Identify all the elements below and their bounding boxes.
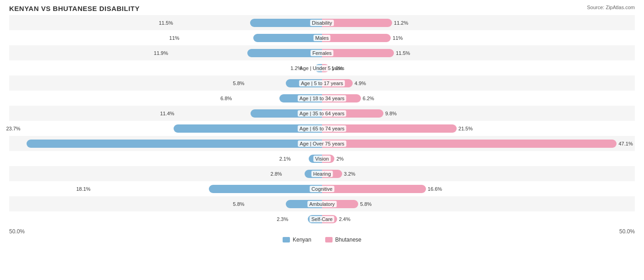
- axis-left: 50.0%: [9, 228, 25, 235]
- row-label: Vision: [313, 156, 331, 162]
- row-right-value: 21.5%: [458, 126, 473, 131]
- row-left-value: 11.9%: [154, 50, 168, 56]
- row-right-value: 11%: [393, 35, 403, 41]
- row-right-value: 2.4%: [339, 216, 350, 222]
- row-right-value: 3.2%: [344, 171, 355, 177]
- row-right-value: 2%: [336, 156, 344, 162]
- row-left-value: 5.8%: [233, 81, 245, 86]
- row-label: Males: [313, 35, 330, 41]
- chart-row: Self-Care2.3%2.4%: [9, 211, 635, 226]
- row-right-value: 11.5%: [396, 50, 410, 56]
- chart-row: Hearing2.8%3.2%: [9, 166, 635, 181]
- row-left-value: 2.1%: [279, 156, 291, 162]
- row-left-value: 23.7%: [6, 126, 20, 131]
- bhutanese-color-box: [325, 237, 333, 242]
- row-left-value: 11.4%: [160, 111, 174, 116]
- kenyan-label: Kenyan: [293, 237, 311, 243]
- row-label: Self-Care: [310, 216, 334, 222]
- chart-row: Vision2.1%2%: [9, 151, 635, 166]
- legend: Kenyan Bhutanese: [9, 237, 635, 243]
- chart-row: Males11%11%: [9, 30, 635, 45]
- row-label: Age | 5 to 17 years: [299, 80, 345, 86]
- row-label: Age | Over 75 years: [298, 140, 346, 147]
- chart-row: Age | 65 to 74 years23.7%21.5%: [9, 121, 635, 136]
- chart-row: Ambulatory5.8%5.8%: [9, 196, 635, 211]
- axis-right: 50.0%: [619, 228, 635, 235]
- row-right-value: 9.8%: [385, 111, 397, 116]
- row-right-value: 47.1%: [618, 141, 633, 146]
- row-label: Hearing: [311, 171, 333, 177]
- row-right-value: 4.9%: [355, 81, 366, 86]
- kenyan-color-box: [283, 237, 290, 242]
- row-left-value: 2.8%: [271, 171, 282, 177]
- chart-row: Females11.9%11.5%: [9, 45, 635, 60]
- row-right-value: 6.2%: [363, 96, 374, 101]
- chart-row: Cognitive18.1%16.6%: [9, 181, 635, 196]
- chart-row: Disability11.5%11.2%: [9, 15, 635, 30]
- chart-row: Age | 5 to 17 years5.8%4.9%: [9, 75, 635, 91]
- chart-title: KENYAN VS BHUTANESE DISABILITY: [9, 5, 635, 12]
- row-right-value: 1.2%: [331, 65, 343, 71]
- chart-row: Age | Under 5 years1.2%1.2%: [9, 60, 635, 75]
- chart-container: KENYAN VS BHUTANESE DISABILITY Source: Z…: [0, 0, 644, 280]
- chart-area: Disability11.5%11.2%Males11%11%Females11…: [9, 15, 635, 226]
- legend-bhutanese: Bhutanese: [325, 237, 361, 243]
- row-left-value: 6.8%: [220, 96, 232, 101]
- axis-row: 50.0% 50.0%: [9, 228, 635, 235]
- row-label: Cognitive: [310, 186, 334, 192]
- row-label: Ambulatory: [307, 201, 337, 207]
- row-left-value: 5.8%: [233, 201, 245, 207]
- row-label: Disability: [310, 20, 334, 26]
- chart-row: Age | 18 to 34 years6.8%6.2%: [9, 91, 635, 106]
- row-label: Age | 65 to 74 years: [298, 125, 346, 132]
- row-label: Age | 18 to 34 years: [298, 95, 346, 102]
- row-right-value: 11.2%: [394, 20, 408, 26]
- chart-row: Age | Over 75 years47.2%47.1%: [9, 136, 635, 151]
- row-right-value: 16.6%: [428, 186, 442, 192]
- source-label: Source: ZipAtlas.com: [587, 5, 635, 10]
- row-left-value: 11%: [169, 35, 180, 41]
- row-label: Females: [311, 50, 333, 56]
- row-left-value: 2.3%: [277, 216, 288, 222]
- row-left-value: 18.1%: [76, 186, 90, 192]
- row-left-value: 1.2%: [290, 65, 302, 71]
- row-left-value: 11.5%: [159, 20, 173, 26]
- bhutanese-label: Bhutanese: [335, 237, 361, 243]
- legend-kenyan: Kenyan: [283, 237, 311, 243]
- chart-row: Age | 35 to 64 years11.4%9.8%: [9, 106, 635, 121]
- row-label: Age | 35 to 64 years: [298, 110, 346, 117]
- row-right-value: 5.8%: [360, 201, 371, 207]
